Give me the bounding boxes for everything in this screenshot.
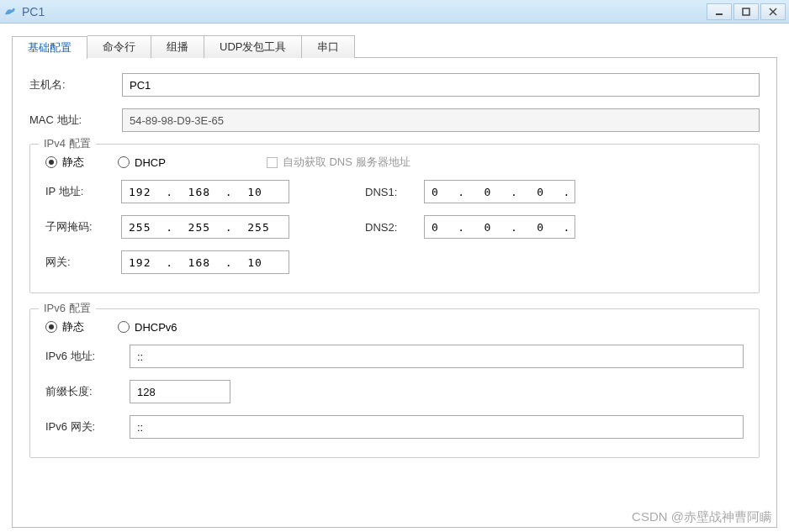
radio-icon [118,321,130,333]
ipv4-fieldset: IPv4 配置 静态 DHCP 自动获取 DNS 服务器地址 IP 地址: [29,144,760,293]
mask-label: 子网掩码: [45,219,121,234]
hostname-input[interactable] [122,73,760,97]
dns1-input[interactable] [424,180,575,203]
ipv6-radio-dhcpv6-label: DHCPv6 [135,321,177,334]
radio-icon [118,156,130,168]
radio-icon [45,156,57,168]
checkbox-icon [267,157,278,168]
ipv4-radio-dhcp[interactable]: DHCP [118,156,166,169]
close-button[interactable] [760,3,786,20]
auto-dns-checkbox[interactable]: 自动获取 DNS 服务器地址 [267,155,410,170]
dns2-input[interactable] [424,215,575,239]
tab-serial[interactable]: 串口 [302,35,355,58]
ipv4-radio-static[interactable]: 静态 [45,155,84,170]
app-icon [3,5,17,18]
ip-input[interactable] [121,180,289,203]
mac-input [122,108,760,132]
maximize-button[interactable] [733,3,759,20]
ipv6-prefix-label: 前缀长度: [45,384,130,399]
mac-label: MAC 地址: [29,113,122,128]
ipv6-prefix-input[interactable] [130,380,230,403]
gateway-input[interactable] [121,250,289,274]
ipv6-addr-input[interactable] [130,345,744,368]
panel-basic-config: 主机名: MAC 地址: IPv4 配置 静态 DHCP 自动获取 DNS 服务… [12,57,777,528]
ipv6-legend: IPv6 配置 [39,301,96,316]
ipv6-radio-dhcpv6[interactable]: DHCPv6 [118,321,177,334]
ipv6-gw-label: IPv6 网关: [45,419,130,435]
tab-cli[interactable]: 命令行 [87,35,151,58]
radio-icon [45,321,57,333]
ipv6-radio-static-label: 静态 [62,319,84,334]
window-title: PC1 [22,5,705,18]
dns1-label: DNS1: [365,186,424,198]
ipv6-gw-input[interactable] [130,415,744,439]
dns2-label: DNS2: [365,221,424,234]
svg-rect-1 [743,8,749,15]
auto-dns-label: 自动获取 DNS 服务器地址 [283,155,410,170]
gateway-label: 网关: [45,255,121,270]
window-titlebar: PC1 [0,0,789,24]
hostname-label: 主机名: [29,77,122,92]
minimize-button[interactable] [707,3,732,20]
tab-basic-config[interactable]: 基础配置 [12,36,87,59]
ipv4-radio-dhcp-label: DHCP [135,156,166,169]
tab-udp-tool[interactable]: UDP发包工具 [204,35,302,58]
tab-bar: 基础配置 命令行 组播 UDP发包工具 串口 [12,35,789,58]
ipv6-fieldset: IPv6 配置 静态 DHCPv6 IPv6 地址: 前缀长度: IPv6 网关… [29,308,760,458]
ip-label: IP 地址: [45,184,121,199]
subnet-mask-input[interactable] [121,215,289,239]
ipv4-radio-static-label: 静态 [62,155,84,170]
ipv6-addr-label: IPv6 地址: [45,349,130,364]
ipv6-radio-static[interactable]: 静态 [45,319,84,334]
tab-multicast[interactable]: 组播 [151,35,204,58]
ipv4-legend: IPv4 配置 [39,136,96,151]
